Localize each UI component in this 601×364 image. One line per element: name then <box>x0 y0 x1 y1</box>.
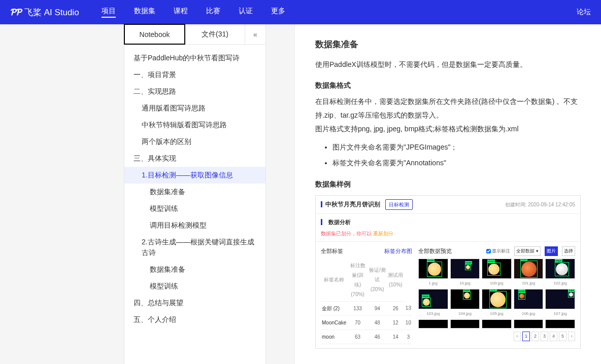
table-of-contents: 基于PaddleHub的中秋节看图写诗一、项目背景二、实现思路通用版看图写诗思路… <box>124 45 265 333</box>
toc-item[interactable]: 模型训练 <box>124 278 265 295</box>
show-annotation-checkbox[interactable] <box>486 249 491 253</box>
thumbnail-caption: 100.jpg <box>482 279 512 287</box>
card-section-title: 数据分析 <box>328 217 351 228</box>
page-number[interactable]: 3 <box>541 332 548 341</box>
thumbnail[interactable]: moon10.jpg <box>450 259 480 287</box>
thumbnail[interactable]: moon105.jpg <box>482 289 512 317</box>
thumbnail[interactable] <box>545 319 575 329</box>
toc-item[interactable]: 一、项目背景 <box>124 66 265 83</box>
thumbnail-caption: 103.jpg <box>418 310 448 317</box>
thumbnail-image: moon <box>482 259 512 279</box>
thumbnail-image: moon <box>545 289 575 309</box>
card-title: 中秋节月亮月饼识别 <box>325 199 380 210</box>
thumbnail[interactable]: moon101.jpg <box>514 259 544 287</box>
view-mode-image[interactable]: 图片 <box>545 246 558 256</box>
brand-logo[interactable]: ƤƤ 飞桨 AI Studio <box>10 7 79 18</box>
sidebar: Notebook 文件(31) « 基于PaddleHub的中秋节看图写诗一、项… <box>124 24 266 364</box>
thumbnail-image: moon <box>545 259 575 279</box>
thumbnail[interactable]: moon106.jpg <box>514 289 544 317</box>
toc-item[interactable]: 三、具体实现 <box>124 150 265 167</box>
nav-cert[interactable]: 认证 <box>239 7 253 18</box>
toc-item[interactable]: 五、个人介绍 <box>124 311 265 328</box>
tab-files[interactable]: 文件(31) <box>185 24 245 44</box>
card-created-time: 创建时间: 2020-09-14 12:42:05 <box>505 200 575 209</box>
thumbnail[interactable] <box>418 319 448 329</box>
thumbnail-caption: 101.jpg <box>514 279 544 287</box>
toc-item[interactable]: 四、总结与展望 <box>124 295 265 311</box>
toc-item[interactable]: 中秋节特辑版看图写诗思路 <box>124 117 265 133</box>
page-number[interactable]: 4 <box>550 332 557 341</box>
brand-text: 飞桨 AI Studio <box>24 7 79 18</box>
logo-mark-icon: ƤƤ <box>10 7 21 18</box>
data-filter-select[interactable]: 全部数据 ▾ <box>514 246 541 256</box>
toc-item[interactable]: 数据集准备 <box>124 261 265 278</box>
table-row: 全部 (2)133942613 <box>321 301 412 315</box>
split-status: 数据集已划分，你可以 <box>321 231 372 236</box>
thumbnail-grid: moon1.jpgmoon10.jpgmoon100.jpgmoon101.jp… <box>418 259 575 329</box>
card-tag: 目标检测 <box>385 199 413 210</box>
labels-table: 标签名称标注数量(训练)(70%)验证/测试(20%)测试用(10%)全部 (2… <box>321 259 412 344</box>
thumbnail-caption: 1.jpg <box>418 279 448 287</box>
thumbnail-image <box>482 319 512 329</box>
thumbnail[interactable] <box>450 319 480 329</box>
label-dist-link[interactable]: 标签分布图 <box>384 246 412 257</box>
show-annotation-toggle[interactable]: 显示标注 <box>486 247 510 256</box>
labels-title: 全部标签 <box>321 246 343 257</box>
toc-item[interactable]: 2.古诗生成——根据关键词直接生成古诗 <box>124 234 265 261</box>
page-number[interactable]: 5 <box>559 332 566 341</box>
page-number[interactable]: 2 <box>531 332 539 341</box>
toc-item[interactable]: 二、实现思路 <box>124 83 265 100</box>
accent-bar-icon <box>321 201 322 207</box>
toc-item[interactable]: 1.目标检测——获取图像信息 <box>124 167 265 184</box>
top-navbar: ƤƤ 飞桨 AI Studio 项目 数据集 课程 比赛 认证 更多 论坛 <box>0 0 601 24</box>
thumbnail[interactable]: moon107.jpg <box>545 289 575 317</box>
nav-course[interactable]: 课程 <box>174 7 188 18</box>
thumbnail[interactable] <box>482 319 512 329</box>
thumbnail-caption: 106.jpg <box>514 310 544 317</box>
view-mode-grid[interactable]: 选择 <box>562 246 575 256</box>
heading-sample: 数据集样例 <box>315 177 581 191</box>
main-nav: 项目 数据集 课程 比赛 认证 更多 <box>102 7 285 18</box>
tab-notebook[interactable]: Notebook <box>124 24 185 45</box>
format-list: 图片文件夹命名需要为"JPEGImages"； 标签文件夹命名需要为"Annot… <box>332 139 581 170</box>
labels-panel: 全部标签 标签分布图 标签名称标注数量(训练)(70%)验证/测试(20%)测试… <box>321 246 412 344</box>
thumbnail-image: moon <box>418 259 448 279</box>
collapse-sidebar-icon[interactable]: « <box>245 24 265 44</box>
thumbnail-caption: 104.jpg <box>450 310 480 317</box>
toc-item[interactable]: 模型训练 <box>124 200 265 217</box>
thumbnail[interactable]: moon1.jpg <box>418 259 448 287</box>
resplit-link[interactable]: 重新划分 <box>373 231 393 236</box>
nav-dataset[interactable]: 数据集 <box>134 7 155 18</box>
nav-competition[interactable]: 比赛 <box>206 7 220 18</box>
toc-item[interactable]: 基于PaddleHub的中秋节看图写诗 <box>124 50 265 66</box>
thumbnail-caption: 10.jpg <box>450 279 480 287</box>
thumbnail-caption: 102.jpg <box>545 279 575 287</box>
page-next[interactable]: › <box>568 332 575 341</box>
list-item: 标签文件夹命名需要为"Annotations" <box>332 155 581 171</box>
thumbnail[interactable]: moon100.jpg <box>482 259 512 287</box>
toc-item[interactable]: 数据集准备 <box>124 184 265 200</box>
toc-item[interactable]: 两个版本的区别 <box>124 133 265 150</box>
sidebar-tabs: Notebook 文件(31) « <box>124 24 265 45</box>
page-prev[interactable]: ‹ <box>514 332 521 341</box>
table-row: moon6346143 <box>321 330 412 344</box>
paragraph-format1: 在目标检测任务中，需要选定数据集所在文件夹路径(路径中仅含一个数据集) 。不支持… <box>315 95 581 122</box>
thumbnail[interactable]: moon102.jpg <box>545 259 575 287</box>
thumbnail-image: moon <box>482 289 512 309</box>
nav-project[interactable]: 项目 <box>102 7 116 18</box>
thumbnail[interactable]: moon103.jpg <box>418 289 448 317</box>
toc-item[interactable]: 调用目标检测模型 <box>124 217 265 234</box>
thumbnail-image: moon <box>514 259 544 279</box>
pagination: ‹12345› <box>418 332 575 341</box>
thumbnail[interactable] <box>514 319 544 329</box>
accent-bar-icon <box>321 219 322 225</box>
thumbnail-caption: 107.jpg <box>545 310 575 317</box>
toc-item[interactable]: 通用版看图写诗思路 <box>124 100 265 117</box>
thumbnail[interactable]: moon104.jpg <box>450 289 480 317</box>
thumbnail-image: moon <box>450 259 480 279</box>
page-number[interactable]: 1 <box>522 332 530 341</box>
nav-forum[interactable]: 论坛 <box>577 8 591 17</box>
nav-more[interactable]: 更多 <box>271 7 285 18</box>
thumbnail-image: moon <box>418 289 448 309</box>
article-content: 数据集准备 使用PaddleX训练模型时，不需要代码，但是数据集一定要高质量。 … <box>294 24 601 364</box>
